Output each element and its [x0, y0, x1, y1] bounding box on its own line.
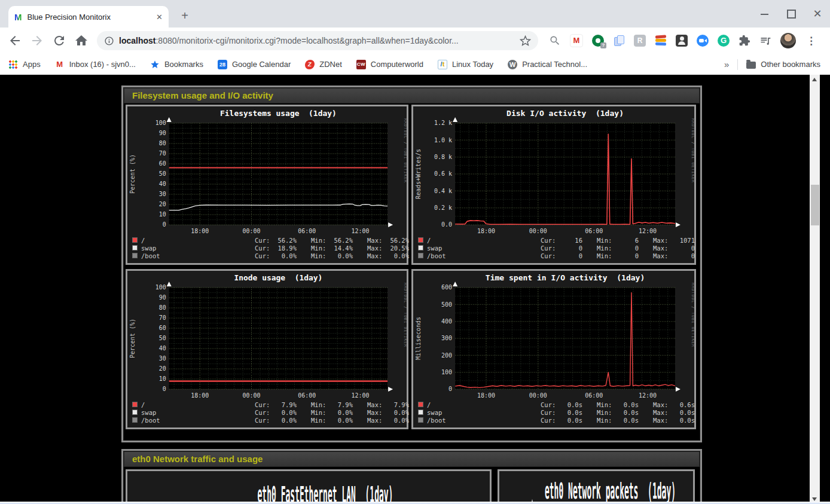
bookmark-computerworld[interactable]: CWComputerworld	[356, 60, 423, 69]
tab-close-icon[interactable]: ✕	[156, 13, 163, 22]
svg-text:Time spent in I/O activity (1: Time spent in I/O activity (1day)	[486, 273, 645, 282]
window-close-button[interactable]: ✕	[811, 7, 824, 20]
panel-eth0-lan[interactable]: 1.00.9eth0 FastEthernet LAN (1day)RRDTOO…	[126, 469, 492, 504]
books-stack-extension-icon[interactable]	[655, 35, 667, 47]
svg-text:eth0 Network packets (1day): eth0 Network packets (1day)	[545, 478, 676, 504]
bookmark-label: Linux Today	[452, 60, 493, 69]
bookmarks-overflow-chevron[interactable]: »	[724, 59, 729, 69]
panel-time-io[interactable]: 010020030040050060018:0000:0006:0012:00T…	[411, 269, 696, 429]
home-button[interactable]	[74, 33, 89, 48]
section-eth0-network: eth0 Network traffic and usage 1.00.9eth…	[121, 449, 702, 504]
legend-swatch	[132, 237, 138, 243]
browser-tab[interactable]: M Blue Precision Monitorix ✕	[8, 6, 169, 28]
filesystems-usage-legend: /Cur:56.2%Min:56.2%Max:56.2%swapCur:18.9…	[127, 234, 407, 263]
svg-text:Percent (%): Percent (%)	[129, 154, 136, 194]
bookmark-apps[interactable]: Apps	[8, 60, 41, 69]
url-host: localhost	[119, 36, 155, 45]
playlist-extension-icon[interactable]	[759, 35, 771, 47]
inode-usage-legend: /Cur:7.9%Min:7.9%Max:7.9%swapCur:0.0%Min…	[127, 399, 407, 427]
svg-text:90: 90	[159, 130, 166, 136]
svg-text:12:00: 12:00	[351, 392, 369, 399]
svg-text:200: 200	[441, 352, 452, 359]
legend-row: /Cur:16Min:6Max:1071	[418, 236, 688, 244]
svg-text:30: 30	[159, 355, 166, 362]
chat-help-extension-icon[interactable]: ?	[592, 35, 604, 47]
user-avatar[interactable]	[780, 33, 796, 48]
svg-text:20: 20	[159, 201, 166, 207]
legend-row: swapCur:0Min:0Max:0	[418, 244, 688, 252]
scroll-up-arrow-icon[interactable]	[810, 75, 820, 84]
svg-text:06:00: 06:00	[585, 392, 603, 399]
panel-eth0-packets[interactable]: 1.0eth0 Network packets (1day)Packets/sR…	[498, 469, 695, 504]
eth0-packets-graph[interactable]: 1.0eth0 Network packets (1day)Packets/sR…	[499, 471, 693, 504]
bookmark-practical-technology[interactable]: WPractical Technol...	[508, 60, 587, 69]
svg-text:RRDTOOL / TOBI OETIKER: RRDTOOL / TOBI OETIKER	[403, 118, 407, 183]
monitorix-favicon-icon: M	[14, 12, 22, 22]
inode-usage-graph[interactable]: 010203040506070809010018:0000:0006:0012:…	[127, 271, 407, 399]
svg-text:40: 40	[159, 181, 166, 187]
vertical-scrollbar[interactable]	[810, 75, 820, 504]
svg-text:Reads+Writes/s: Reads+Writes/s	[415, 149, 422, 199]
bookmark-zdnet[interactable]: ZZDNet	[305, 60, 342, 69]
svg-text:00:00: 00:00	[529, 228, 547, 234]
panel-filesystems-usage[interactable]: 010203040506070809010018:0000:0006:0012:…	[126, 105, 408, 265]
copy-pages-extension-icon[interactable]	[613, 35, 625, 47]
reload-button[interactable]	[52, 33, 66, 48]
gmail-extension-icon[interactable]: M	[570, 34, 583, 47]
r-extension-icon[interactable]: R	[634, 35, 646, 47]
svg-text:500: 500	[441, 301, 452, 308]
page-info-icon[interactable]	[104, 36, 114, 46]
svg-text:0.6 k: 0.6 k	[434, 171, 452, 178]
legend-swatch	[132, 253, 138, 258]
minimize-button[interactable]	[758, 7, 771, 20]
section-title-eth0: eth0 Network traffic and usage	[124, 451, 700, 467]
maximize-button[interactable]	[785, 7, 798, 20]
address-bar[interactable]: localhost:8080/monitorix-cgi/monitorix.c…	[97, 31, 538, 50]
page-viewport: Filesystem usage and I/O activity 010203…	[0, 75, 820, 504]
filesystems-usage-graph[interactable]: 010203040506070809010018:0000:0006:0012:…	[127, 106, 407, 234]
time-io-graph[interactable]: 010020030040050060018:0000:0006:0012:00T…	[413, 271, 694, 399]
bookmark-linux-today[interactable]: /tLinux Today	[438, 60, 493, 69]
bookmarks-bar: Apps MInbox (16) - sjvn0... Bookmarks 28…	[0, 54, 830, 75]
legend-row: /bootCur:0Min:0Max:0	[418, 252, 688, 259]
search-extension-icon[interactable]	[549, 35, 561, 47]
eth0-lan-graph[interactable]: 1.00.9eth0 FastEthernet LAN (1day)RRDTOO…	[127, 471, 490, 504]
bookmark-label: Computerworld	[371, 60, 423, 69]
disk-io-graph[interactable]: 0.00.2 k0.4 k0.6 k0.8 k1.0 k1.2 k18:0000…	[413, 106, 694, 234]
browser-menu-icon[interactable]: ⋮	[806, 35, 816, 47]
svg-text:12:00: 12:00	[351, 228, 369, 234]
svg-text:100: 100	[441, 369, 452, 375]
bookmark-inbox[interactable]: MInbox (16) - sjvn0...	[55, 60, 136, 69]
svg-text:Percent (%): Percent (%)	[129, 319, 136, 358]
svg-text:00:00: 00:00	[242, 392, 260, 399]
panel-inode-usage[interactable]: 010203040506070809010018:0000:0006:0012:…	[126, 269, 408, 429]
forward-button[interactable]	[30, 33, 44, 48]
svg-text:1.0 k: 1.0 k	[434, 137, 452, 143]
scrollbar-thumb[interactable]	[811, 185, 819, 225]
bookmark-google-calendar[interactable]: 28Google Calendar	[218, 60, 291, 69]
lt-t: t	[443, 60, 445, 68]
extensions-puzzle-icon[interactable]	[739, 35, 750, 47]
svg-text:600: 600	[441, 285, 452, 291]
zoom-camera-extension-icon[interactable]	[697, 35, 709, 47]
back-button[interactable]	[8, 33, 22, 48]
new-tab-button[interactable]: +	[177, 8, 193, 24]
legend-row: /bootCur:0.0%Min:0.0%Max:0.0%	[132, 416, 401, 424]
bookmark-bookmarks[interactable]: Bookmarks	[150, 60, 203, 69]
question-badge: ?	[600, 42, 606, 48]
bookmark-star-icon[interactable]	[520, 35, 531, 47]
grammarly-extension-icon[interactable]: G	[718, 35, 730, 47]
keeper-extension-icon[interactable]	[676, 35, 688, 47]
legend-swatch	[418, 402, 423, 407]
computerworld-icon: CW	[356, 60, 366, 69]
svg-text:10: 10	[159, 375, 166, 382]
calendar-icon: 28	[218, 60, 227, 69]
tab-strip: M Blue Precision Monitorix ✕ + ✕	[0, 0, 830, 28]
svg-text:0: 0	[163, 386, 166, 392]
svg-text:50: 50	[159, 170, 166, 177]
panel-disk-io[interactable]: 0.00.2 k0.4 k0.6 k0.8 k1.0 k1.2 k18:0000…	[411, 105, 696, 265]
svg-text:00:00: 00:00	[242, 228, 260, 234]
other-bookmarks-button[interactable]: Other bookmarks	[746, 60, 820, 69]
bookmark-label: Google Calendar	[232, 60, 291, 69]
legend-swatch	[132, 410, 138, 415]
